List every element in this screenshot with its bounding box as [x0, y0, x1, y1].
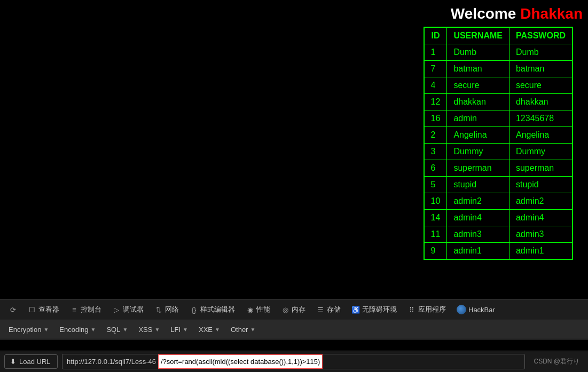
- results-table: ID USERNAME PASSWORD 1DumbDumb7batmanbat…: [424, 27, 573, 260]
- devtools-console[interactable]: ≡ 控制台: [66, 303, 106, 316]
- devtools-network[interactable]: ⇅ 网络: [150, 303, 183, 316]
- devtools-storage[interactable]: ☰ 存储: [312, 303, 345, 316]
- welcome-section: Welcome Dhakkan ID USERNAME PASSWORD 1Du…: [451, 5, 583, 27]
- cell-id: 7: [424, 61, 447, 77]
- cell-id: 9: [424, 243, 447, 260]
- cell-username: admin4: [447, 210, 509, 226]
- welcome-username: Dhakkan: [520, 5, 583, 22]
- cell-password: Angelina: [509, 127, 573, 144]
- devtools-bar: ⟳ ☐ 查看器 ≡ 控制台 ▷ 调试器 ⇅ 网络 {} 样式编辑器 ◉ 性能 ◎…: [0, 299, 588, 320]
- cell-username: secure: [447, 77, 509, 94]
- cell-id: 16: [424, 110, 447, 127]
- table-row: 6supermansuperman: [424, 160, 573, 177]
- cell-password: superman: [509, 160, 573, 177]
- encryption-button[interactable]: Encryption ▼: [4, 323, 53, 336]
- sql-button[interactable]: SQL ▼: [102, 323, 132, 336]
- url-bar: ⬇ Load URL http://127.0.0.1/sqli7/Less-4…: [0, 351, 588, 372]
- cell-id: 1: [424, 44, 447, 61]
- col-header-username: USERNAME: [447, 27, 509, 44]
- welcome-label: Welcome: [451, 5, 516, 22]
- sql-dropdown-arrow: ▼: [122, 327, 128, 333]
- cell-password: dhakkan: [509, 94, 573, 110]
- application-icon: ⠿: [407, 305, 416, 314]
- devtools-application[interactable]: ⠿ 应用程序: [403, 303, 450, 316]
- encoding-button[interactable]: Encoding ▼: [55, 323, 100, 336]
- devtools-performance[interactable]: ◉ 性能: [241, 303, 275, 316]
- table-row: 16admin12345678: [424, 110, 573, 127]
- memory-label: 内存: [292, 305, 305, 314]
- data-table-wrapper: ID USERNAME PASSWORD 1DumbDumb7batmanbat…: [424, 27, 578, 260]
- csdn-label: CSDN @君行り: [529, 357, 584, 366]
- cell-password: secure: [509, 77, 573, 94]
- xxe-button[interactable]: XXE ▼: [194, 323, 224, 336]
- cell-username: admin1: [447, 243, 509, 260]
- performance-label: 性能: [256, 305, 270, 314]
- devtools-style-editor[interactable]: {} 样式编辑器: [185, 303, 239, 316]
- cell-id: 12: [424, 94, 447, 110]
- table-row: 14admin4admin4: [424, 210, 573, 226]
- xss-button[interactable]: XSS ▼: [134, 323, 164, 336]
- devtools-hackbar[interactable]: HackBar: [452, 303, 499, 316]
- cell-username: Dummy: [447, 144, 509, 160]
- other-dropdown-arrow: ▼: [250, 327, 255, 333]
- encryption-dropdown-arrow: ▼: [43, 327, 49, 333]
- accessibility-label: 无障碍环境: [362, 305, 397, 314]
- load-url-button[interactable]: ⬇ Load URL: [4, 354, 58, 369]
- cell-id: 2: [424, 127, 447, 144]
- style-editor-label: 样式编辑器: [200, 305, 235, 314]
- lfi-label: LFI: [170, 326, 181, 334]
- table-row: 10admin2admin2: [424, 193, 573, 210]
- xss-dropdown-arrow: ▼: [154, 327, 160, 333]
- table-row: 4securesecure: [424, 77, 573, 94]
- table-row: 9admin1admin1: [424, 243, 573, 260]
- url-highlighted-text: /?sort=rand(ascii(mid((select database()…: [158, 354, 323, 369]
- inspector-label: 查看器: [38, 305, 59, 314]
- cell-username: admin3: [447, 226, 509, 243]
- cell-username: admin: [447, 110, 509, 127]
- table-body: 1DumbDumb7batmanbatman4securesecure12dha…: [424, 44, 573, 260]
- cell-password: admin2: [509, 193, 573, 210]
- cell-password: Dumb: [509, 44, 573, 61]
- cell-id: 4: [424, 77, 447, 94]
- memory-icon: ◎: [281, 305, 289, 314]
- lfi-dropdown-arrow: ▼: [183, 327, 188, 333]
- cell-id: 10: [424, 193, 447, 210]
- network-icon: ⇅: [154, 305, 163, 314]
- cell-password: admin1: [509, 243, 573, 260]
- load-url-label: Load URL: [19, 358, 51, 366]
- cell-password: stupid: [509, 177, 573, 193]
- storage-label: 存储: [327, 305, 341, 314]
- cell-id: 5: [424, 177, 447, 193]
- other-button[interactable]: Other ▼: [226, 323, 260, 336]
- cell-password: Dummy: [509, 144, 573, 160]
- devtools-memory[interactable]: ◎ 内存: [277, 303, 310, 316]
- url-input-wrapper[interactable]: http://127.0.0.1/sqli7/Less-46 /?sort=ra…: [62, 354, 525, 369]
- main-content: Welcome Dhakkan ID USERNAME PASSWORD 1Du…: [0, 0, 588, 299]
- console-label: 控制台: [81, 305, 101, 314]
- cell-username: Angelina: [447, 127, 509, 144]
- cell-id: 6: [424, 160, 447, 177]
- table-row: 3DummyDummy: [424, 144, 573, 160]
- devtools-toggle[interactable]: ⟳: [4, 303, 21, 316]
- col-header-password: PASSWORD: [509, 27, 573, 44]
- table-row: 12dhakkandhakkan: [424, 94, 573, 110]
- devtools-accessibility[interactable]: ♿ 无障碍环境: [347, 303, 401, 316]
- cell-id: 11: [424, 226, 447, 243]
- cell-username: admin2: [447, 193, 509, 210]
- inspector-icon: ☐: [28, 305, 36, 314]
- xss-label: XSS: [138, 326, 152, 334]
- accessibility-icon: ♿: [351, 305, 360, 314]
- storage-icon: ☰: [316, 305, 325, 314]
- xxe-dropdown-arrow: ▼: [215, 327, 220, 333]
- lfi-button[interactable]: LFI ▼: [166, 323, 192, 336]
- reload-icon: ⟳: [9, 305, 17, 314]
- devtools-debugger[interactable]: ▷ 调试器: [108, 303, 148, 316]
- cell-password: admin4: [509, 210, 573, 226]
- devtools-inspector[interactable]: ☐ 查看器: [23, 303, 64, 316]
- hackbar-toolbar: Encryption ▼ Encoding ▼ SQL ▼ XSS ▼ LFI …: [0, 320, 588, 339]
- performance-icon: ◉: [246, 305, 254, 314]
- hackbar-label: HackBar: [468, 306, 495, 314]
- xxe-label: XXE: [199, 326, 213, 334]
- style-editor-icon: {}: [190, 305, 198, 314]
- table-row: 2AngelinaAngelina: [424, 127, 573, 144]
